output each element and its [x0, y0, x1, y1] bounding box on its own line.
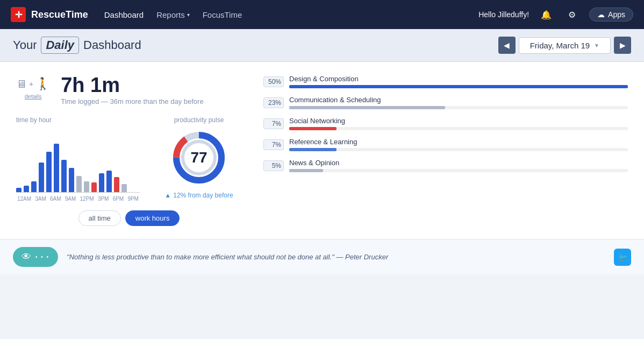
page-title: Your Daily Dashboard — [13, 37, 141, 54]
time-icon-group[interactable]: 🖥 + 🚶 details — [16, 77, 50, 100]
bar-chart-section: time by hour 12AM 3AM 6AM 9AM 12PM 3PM 6… — [16, 116, 140, 202]
activity-bar-wrap — [289, 169, 628, 172]
brand-icon: ✛ — [11, 7, 26, 22]
next-date-button[interactable]: ▶ — [614, 37, 631, 54]
left-section: 🖥 + 🚶 details 7h 1m Time logged — 36m mo… — [16, 75, 242, 226]
activity-name: Social Networking — [289, 117, 628, 125]
time-info: 7h 1m Time logged — 36m more than the da… — [61, 75, 203, 105]
nav-focustime[interactable]: FocusTime — [203, 10, 242, 19]
content-grid: 🖥 + 🚶 details 7h 1m Time logged — 36m mo… — [16, 75, 628, 226]
activity-section: 50% Design & Composition 23% Communicati… — [263, 75, 628, 226]
work-hours-toggle[interactable]: work hours — [125, 210, 180, 226]
navbar: ✛ RescueTime Dashboard Reports ▾ FocusTi… — [0, 0, 644, 29]
activity-percent: 23% — [263, 97, 284, 108]
bar-item — [31, 181, 37, 192]
date-navigator: ◀ Friday, March 19 ▼ ▶ — [498, 37, 631, 54]
activity-name: Communication & Scheduling — [289, 96, 628, 104]
twitter-share-button[interactable]: 🐦 — [614, 249, 631, 266]
charts-row: time by hour 12AM 3AM 6AM 9AM 12PM 3PM 6… — [16, 116, 242, 202]
bar-item — [84, 181, 89, 192]
total-time: 7h 1m — [61, 75, 203, 95]
brand-logo[interactable]: ✛ RescueTime — [11, 7, 88, 22]
notifications-button[interactable]: 🔔 — [538, 6, 555, 23]
activity-item: 50% Design & Composition — [263, 75, 628, 88]
person-icon: 🚶 — [35, 77, 50, 91]
time-labels: 12AM 3AM 6AM 9AM 12PM 3PM 6PM 9PM — [16, 196, 140, 202]
eye-badge: 👁 • • • — [13, 247, 58, 267]
activity-info: Reference & Learning — [289, 138, 628, 151]
eye-icon: 👁 — [22, 251, 31, 263]
plus-icon: + — [29, 80, 33, 88]
main-content: 🖥 + 🚶 details 7h 1m Time logged — 36m mo… — [0, 62, 644, 239]
pulse-arrow: ▲ — [164, 192, 171, 199]
donut-chart: 77 — [169, 128, 228, 187]
activity-bar-fill — [289, 85, 628, 88]
pulse-score: 77 — [190, 149, 207, 166]
bar-item — [121, 184, 127, 192]
activity-bar-fill — [289, 106, 445, 109]
activity-percent: 5% — [263, 160, 284, 171]
activity-bar-fill — [289, 148, 337, 151]
monitor-icon: 🖥 — [16, 78, 27, 90]
bar-item — [69, 168, 74, 192]
bar-item — [99, 173, 104, 192]
date-text: Friday, March 19 — [530, 41, 590, 50]
quote-bar: 👁 • • • "Nothing is less productive than… — [0, 239, 644, 274]
header-bar: Your Daily Dashboard ◀ Friday, March 19 … — [0, 29, 644, 62]
bar-item — [16, 188, 22, 192]
activity-item: 23% Communication & Scheduling — [263, 96, 628, 109]
activity-bar-wrap — [289, 148, 628, 151]
activity-item: 7% Reference & Learning — [263, 138, 628, 151]
activity-name: Reference & Learning — [289, 138, 628, 146]
apps-label: Apps — [608, 10, 625, 19]
activity-info: Design & Composition — [289, 75, 628, 88]
device-icons: 🖥 + 🚶 — [16, 77, 50, 91]
title-prefix: Your — [13, 38, 37, 52]
activity-percent: 7% — [263, 139, 284, 150]
bar-item — [114, 177, 119, 192]
bar-item — [76, 176, 82, 192]
bar-chart — [16, 128, 140, 193]
activity-bar-wrap — [289, 106, 628, 109]
activity-info: Social Networking — [289, 117, 628, 130]
date-display[interactable]: Friday, March 19 ▼ — [519, 37, 611, 54]
date-caret: ▼ — [594, 43, 599, 48]
activity-name: News & Opinion — [289, 159, 628, 167]
title-suffix: Dashboard — [83, 38, 141, 52]
prev-date-button[interactable]: ◀ — [498, 37, 516, 54]
settings-button[interactable]: ⚙ — [563, 6, 581, 23]
nav-links: Dashboard Reports ▾ FocusTime — [104, 10, 462, 19]
bar-chart-label: time by hour — [16, 116, 140, 124]
activity-bar-fill — [289, 169, 323, 172]
details-label[interactable]: details — [25, 93, 42, 100]
activity-info: Communication & Scheduling — [289, 96, 628, 109]
bar-item — [106, 171, 112, 192]
bar-item — [46, 152, 52, 192]
time-toggles: all time work hours — [16, 210, 242, 226]
pulse-change: 12% from day before — [173, 192, 233, 199]
bar-item — [61, 160, 67, 192]
total-time-row: 🖥 + 🚶 details 7h 1m Time logged — 36m mo… — [16, 75, 242, 105]
activity-item: 5% News & Opinion — [263, 159, 628, 172]
activity-name: Design & Composition — [289, 75, 628, 83]
activity-info: News & Opinion — [289, 159, 628, 172]
twitter-icon: 🐦 — [618, 253, 627, 262]
hello-text: Hello Jilleduffy! — [478, 10, 529, 19]
activity-bar-wrap — [289, 85, 628, 88]
activity-percent: 50% — [263, 76, 284, 87]
nav-reports[interactable]: Reports ▾ — [156, 10, 190, 19]
bar-item — [24, 186, 29, 192]
badge-dots: • • • — [35, 254, 49, 260]
nav-dashboard[interactable]: Dashboard — [104, 10, 144, 19]
cloud-icon: ☁ — [597, 10, 605, 19]
activity-bar-wrap — [289, 127, 628, 130]
bar-item — [91, 182, 97, 192]
pulse-label: productivity pulse — [156, 116, 242, 124]
pulse-footer: ▲ 12% from day before — [156, 192, 242, 199]
all-time-toggle[interactable]: all time — [78, 210, 121, 226]
quote-text: "Nothing is less productive than to make… — [67, 253, 605, 261]
apps-button[interactable]: ☁ Apps — [589, 8, 633, 22]
activity-item: 7% Social Networking — [263, 117, 628, 130]
title-daily[interactable]: Daily — [41, 37, 79, 54]
activity-percent: 7% — [263, 118, 284, 129]
